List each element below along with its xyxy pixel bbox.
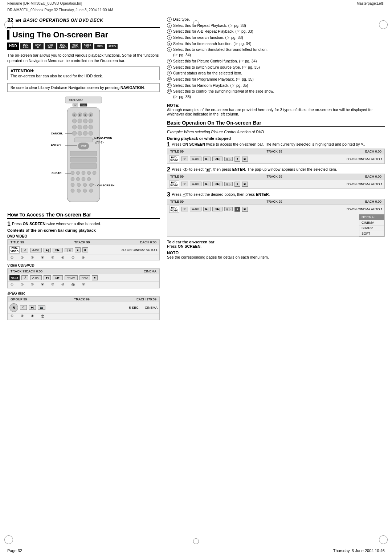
svg-point-20	[78, 125, 82, 129]
b2-btn3: ▶|	[203, 182, 211, 186]
footer-page-label: Page 32	[7, 548, 22, 553]
print-info: DR-MH30EU_00.book Page 32 Thursday, June…	[7, 8, 113, 12]
list-item: 12 Select this to control the switching …	[167, 89, 385, 99]
vcd-btn3: ▶|	[44, 275, 51, 280]
attention-text: The on-screen bar can also be used for t…	[11, 74, 156, 78]
sub-header: DR-MH30EU_00.book Page 32 Thursday, June…	[0, 7, 392, 13]
svg-point-48	[76, 177, 80, 181]
b3-dvd-badge: DVD-VIDEO	[169, 206, 179, 212]
svg-point-57	[71, 189, 74, 193]
jpeg-bar: GROUP 99 TRACK 99 EACH 179:59 R ↺ ▶| 📷 5…	[7, 296, 160, 320]
svg-rect-37	[70, 151, 97, 156]
reg-mark-bl	[4, 535, 13, 544]
svg-point-21	[83, 125, 87, 129]
nav-note-text: Be sure to clear Library Database Naviga…	[11, 85, 145, 90]
item-2-text: Select this for Repeat Playback. (☞ pg. …	[173, 23, 246, 28]
b3-btn6: ■	[234, 207, 240, 212]
dvd-bar-header: TITLE 99 TRACK 99 EACH 0:00	[8, 240, 159, 245]
b3-btn2: A-B⊂	[190, 207, 201, 211]
list-item: 10 Select this for Programme Playback. (…	[167, 77, 385, 82]
svg-point-26	[89, 131, 93, 135]
how-to-heading: How To Access The On-screen Bar	[7, 212, 160, 219]
jpeg-bar-numbers: ① ② ④ ⑫	[8, 313, 159, 320]
basic-step3: 3 Press △▽ to select the desired option,…	[167, 192, 385, 197]
svg-point-16	[78, 119, 82, 123]
num-12: 12	[167, 89, 172, 94]
b1-title: TITLE 99	[170, 150, 184, 153]
vcd-each-label: EACH 0:00	[26, 270, 42, 273]
num-1: 1	[167, 17, 172, 22]
svg-point-60	[89, 189, 93, 193]
num-7: 7	[167, 59, 172, 64]
b1-btn4: ⊙▶|	[212, 157, 222, 161]
disc-icons-row: HDD DVDRAM DVDR DVDRW DVDVIDEO VCDSVCD A…	[7, 42, 160, 50]
basic-bar3-content: DVD-VIDEO ↺ A-B⊂ ▶| ⊙▶| ((·)) ■ ▣ 3D-ON …	[167, 204, 384, 214]
note2-text: See the corresponding pages for details …	[167, 255, 385, 259]
vcd-cinema-label: CINEMA	[144, 270, 156, 273]
bar-right-labels: 3D-ON CINEMA AUTO 1	[122, 248, 158, 252]
list-item: 1 Disc type.	[167, 17, 385, 22]
basic-bar3-header: TITLE 99 TRACK 99 EACH 0:00	[167, 199, 384, 204]
reg-mark-tl	[4, 20, 13, 29]
svg-point-19	[72, 125, 77, 129]
svg-point-49	[82, 177, 85, 181]
item-1-text: Disc type.	[173, 17, 190, 22]
num-9: 9	[167, 71, 172, 76]
contents-label: Contents of the on-screen bar during pla…	[7, 228, 160, 232]
b1-btn7: ▣	[242, 157, 248, 162]
svg-text:ENT: ENT	[81, 145, 87, 147]
vcd-badge: VCD	[9, 275, 20, 280]
list-item: 4 Select this for search function. (☞ pg…	[167, 35, 385, 40]
b2-btn7: ▣	[242, 182, 248, 187]
disc-icon-hdd: HDD	[7, 42, 19, 50]
b1-each: EACH 0:00	[365, 150, 381, 153]
dvd-video-label: DVD VIDEO	[7, 234, 160, 238]
basic-bar1-content: DVD-VIDEO ↺ A-B⊂ ▶| ⊙▶| ((·)) ■ ▣ 3D-ON …	[167, 154, 384, 163]
num-2: 2	[167, 23, 172, 28]
num-10: 10	[167, 77, 172, 82]
list-item: 6 Select this to switch Simulated Surrou…	[167, 47, 385, 57]
b2-dvd-badge: DVD-VIDEO	[169, 181, 179, 187]
vcd-label: Video CD/SVCD	[7, 263, 160, 267]
svg-text:△▽◁▷: △▽◁▷	[95, 141, 104, 144]
basic-bar2-content: DVD-VIDEO ↺ A-B⊂ ▶| ⊙▶| ((·)) ■ ▣ 3D-ON …	[167, 179, 384, 189]
basic-op-heading: Basic Operation On The On-screen Bar	[167, 120, 385, 127]
note1-text: Although examples of the on-screen bar a…	[167, 108, 385, 116]
vcd-prgm: PRGM	[65, 275, 78, 280]
svg-point-15	[72, 119, 77, 123]
lang-label: EN	[16, 18, 21, 23]
how-to-step1: 1 Press ON SCREEN twice whenever a disc …	[7, 221, 160, 227]
dvd-bar-numbers: ① ② ③ ④ ⑤ ⑥ ⑦ ⑧	[8, 255, 159, 260]
dvd-video-bar: TITLE 99 TRACK 99 EACH 0:00 DVD-VIDEO ↺ …	[7, 239, 160, 260]
item-12-text: Select this to control the switching int…	[173, 89, 274, 99]
basic-step2: 2 Press ◁▷ to select "■", then press ENT…	[167, 167, 385, 172]
to-clear-text: Press ON SCREEN.	[167, 244, 385, 248]
b1-right-labels: 3D-ON CINEMA AUTO 1	[347, 157, 383, 161]
svg-text:②: ②	[79, 114, 81, 116]
svg-text:NAVIGATION: NAVIGATION	[94, 137, 112, 140]
svg-point-44	[93, 171, 96, 175]
dvd-badge: DVD-VIDEO	[9, 246, 20, 253]
main-content: 32 EN BASIC OPERATIONS ON DVD DECK Using…	[0, 13, 392, 327]
btn-repeat: ↺	[21, 248, 28, 252]
jpeg-btn3: 📷	[38, 305, 45, 310]
vcd-rnd: RND	[79, 275, 90, 280]
b2-btn4: ⊙▶|	[212, 182, 222, 186]
disc-icon-jpeg: JPEG	[107, 44, 118, 49]
svg-point-41	[76, 171, 80, 175]
b3-track: TRACK 99	[266, 200, 282, 203]
masterpage-label: Masterpage:Left↑	[357, 1, 385, 5]
vcd-bar-header: TRACK 99 EACH 0:00 CINEMA	[8, 269, 159, 274]
b1-dvd-badge: DVD-VIDEO	[169, 155, 179, 162]
b1-btn2: A-B⊂	[190, 157, 201, 161]
popup-item-normal: NORMAL	[359, 215, 384, 220]
svg-text:③: ③	[84, 114, 86, 116]
list-item: 9 Current status area for the selected i…	[167, 70, 385, 76]
b1-btn5: ((·))	[224, 157, 233, 161]
disc-icon-vcd: VCDSVCD	[70, 43, 81, 49]
b1-btn1: ↺	[181, 157, 188, 161]
jpeg-group-label: GROUP 99	[11, 297, 27, 301]
jpeg-btn2: ▶|	[29, 305, 36, 310]
vcd-track-label: TRACK 99	[11, 270, 26, 273]
item-11-text: Select this for Random Playback. (☞ pg. …	[173, 83, 248, 88]
